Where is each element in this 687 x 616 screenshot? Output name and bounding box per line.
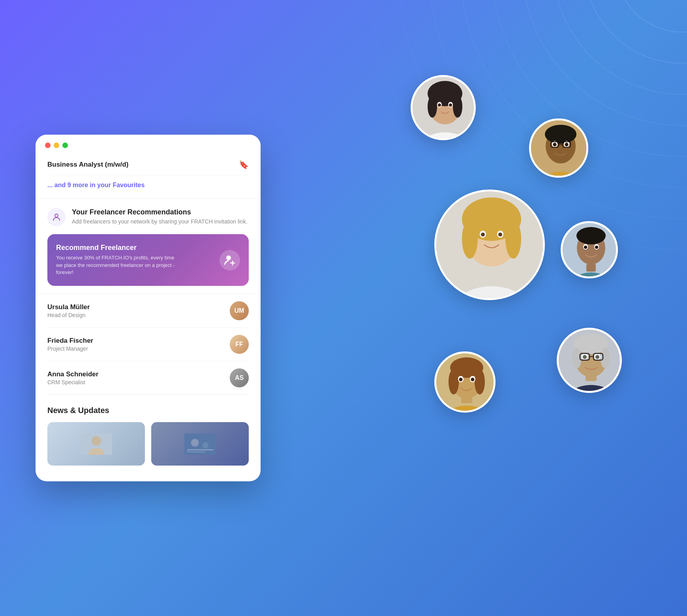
freelancer-item-anna[interactable]: Anna Schneider CRM Specialist AS [47,361,249,395]
svg-point-83 [458,376,464,382]
svg-point-68 [601,348,610,368]
svg-point-58 [594,244,599,250]
svg-point-44 [545,125,576,144]
news-card-image-1 [81,433,112,455]
news-card-image-2 [184,433,216,455]
svg-rect-78 [461,396,472,403]
svg-point-9 [55,214,58,217]
svg-point-34 [428,81,462,106]
avatars-area [387,32,663,584]
svg-point-8 [371,0,687,276]
svg-point-33 [428,86,462,124]
svg-rect-21 [436,192,545,300]
news-title: News & Updates [47,406,249,415]
svg-point-22 [448,286,535,300]
person-image-midright [563,223,618,278]
svg-point-0 [616,0,687,32]
svg-point-7 [398,0,687,250]
svg-point-48 [565,143,569,146]
svg-rect-50 [563,142,571,147]
person-bubble-botright [557,328,622,393]
freelancer-role-ursula: Head of Design [47,312,90,318]
freelancer-info-anna: Anna Schneider CRM Specialist [47,370,98,385]
svg-rect-41 [531,120,588,178]
svg-point-43 [546,129,576,163]
svg-point-86 [471,378,475,381]
svg-point-47 [553,143,557,146]
news-cards [47,422,249,466]
svg-point-79 [451,362,482,398]
svg-point-37 [437,102,442,107]
freelancer-name-anna: Anna Schneider [47,370,98,378]
svg-point-26 [505,219,521,259]
svg-point-53 [567,272,615,278]
recommendations-header: Your Freelancer Recommendations Add free… [47,208,249,226]
app-window: Business Analyst (m/w/d) 🔖 ... and 9 mor… [36,135,261,482]
svg-point-77 [441,406,493,413]
freelancer-item-frieda[interactable]: Frieda Fischer Project Manager FF [47,328,249,361]
section-favourites: Business Analyst (m/w/d) 🔖 ... and 9 mor… [36,154,261,199]
svg-point-67 [572,348,582,368]
svg-point-60 [595,246,598,249]
svg-point-39 [438,103,441,107]
svg-point-23 [464,203,519,267]
person-image-center [436,192,545,300]
freelancer-name-ursula: Ursula Müller [47,303,90,311]
avatar-ursula: UM [230,301,249,320]
svg-point-46 [564,141,569,147]
svg-point-62 [563,385,619,393]
window-dot-red[interactable] [45,143,51,148]
svg-rect-52 [563,223,618,278]
svg-point-24 [462,197,521,241]
svg-point-65 [574,339,608,377]
svg-point-63 [583,391,599,393]
svg-point-72 [595,355,599,359]
recommend-banner-icon [220,250,240,270]
section-recommendations: Your Freelancer Recommendations Add free… [36,199,261,295]
person-bubble-bottom [434,351,496,413]
svg-point-38 [448,102,453,107]
freelancer-item-ursula[interactable]: Ursula Müller Head of Design UM [47,294,249,328]
job-item[interactable]: Business Analyst (m/w/d) 🔖 [47,154,249,175]
news-card-placeholder-1 [47,422,145,466]
news-card-placeholder-2 [151,422,249,466]
svg-point-35 [428,96,437,118]
svg-point-81 [449,369,459,394]
svg-point-10 [227,256,231,260]
bookmark-icon[interactable]: 🔖 [239,160,249,169]
window-titlebar [36,135,261,154]
svg-point-36 [453,96,462,118]
svg-rect-49 [551,142,559,147]
news-card-1[interactable] [47,422,145,466]
svg-point-45 [552,141,557,147]
freelancer-info-ursula: Ursula Müller Head of Design [47,303,90,318]
svg-point-18 [202,442,208,449]
svg-point-42 [535,172,586,178]
person-image-topleft [413,77,476,140]
add-person-icon [224,254,236,266]
news-card-2[interactable] [151,422,249,466]
person-image-topright [531,120,588,178]
window-dot-green[interactable] [62,143,68,148]
svg-point-29 [481,233,485,237]
recommend-banner[interactable]: Recommend Freelancer You receive 30% of … [47,234,249,286]
svg-rect-61 [559,330,622,393]
person-bubble-topright [529,118,588,178]
svg-point-27 [480,231,486,238]
more-favourites: ... and 9 more in your Favourites [47,175,249,190]
rec-icon [47,208,66,226]
window-dot-yellow[interactable] [54,143,59,148]
rec-texts: Your Freelancer Recommendations Add free… [72,208,248,226]
svg-rect-73 [580,353,589,360]
avatar-anna: AS [230,368,249,387]
svg-point-28 [497,231,503,238]
freelancer-role-frieda: Project Manager [47,346,93,352]
svg-point-25 [462,219,478,259]
svg-point-82 [475,369,485,394]
svg-rect-74 [593,353,603,360]
svg-rect-76 [436,353,496,413]
svg-rect-19 [187,449,213,451]
favourites-link[interactable]: Favourites [113,182,145,188]
svg-rect-54 [586,264,596,272]
rec-subtitle: Add freelancers to your network by shari… [72,218,248,226]
